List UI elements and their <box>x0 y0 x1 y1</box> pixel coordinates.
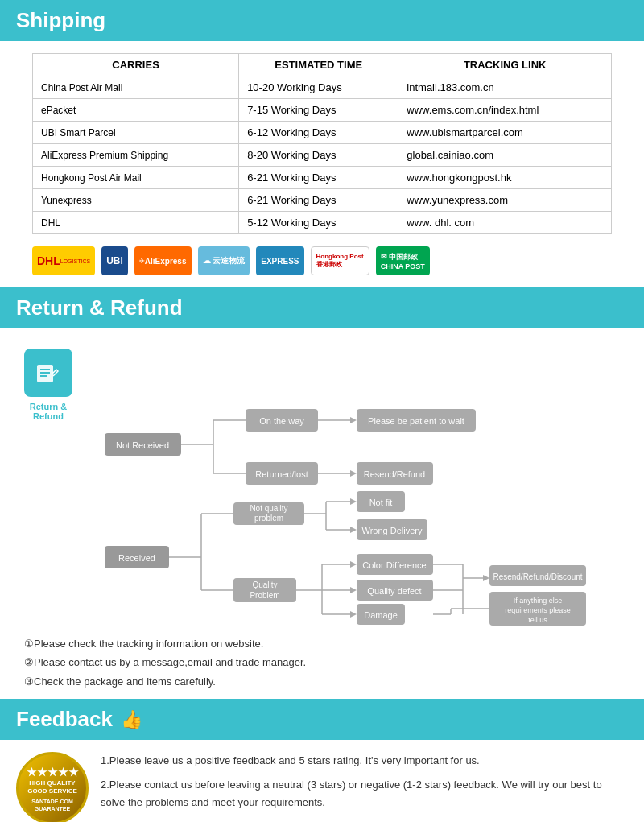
svg-text:If anything else: If anything else <box>514 597 563 605</box>
svg-text:Not Received: Not Received <box>116 440 169 450</box>
refund-section: Return & Refund Return & Refund Not Rece… <box>0 287 644 699</box>
table-cell: intmail.183.com.cn <box>398 76 612 99</box>
refund-note: ②Please contact us by a message,email an… <box>24 653 620 671</box>
table-cell: www.ems.com.cn/index.html <box>398 99 612 122</box>
logo-hk-post: Hongkong Post香港郵政 <box>311 246 369 275</box>
svg-text:Returned/lost: Returned/lost <box>255 469 308 479</box>
svg-text:Problem: Problem <box>250 591 279 600</box>
logo-ubi: UBI <box>101 246 128 275</box>
svg-text:Quality defect: Quality defect <box>367 586 421 596</box>
svg-text:On the way: On the way <box>259 416 304 426</box>
svg-text:problem: problem <box>254 514 283 523</box>
svg-text:Not fit: Not fit <box>369 498 393 507</box>
refund-icon <box>24 349 72 397</box>
feedback-item: 2.Please contact us before leaving a neu… <box>101 776 628 812</box>
svg-text:Wrong Delivery: Wrong Delivery <box>362 526 423 535</box>
feedback-title: Feedback <box>16 707 113 732</box>
thumbs-up-icon: 👍 <box>121 709 142 730</box>
table-cell: www.hongkongpost.hk <box>398 167 612 189</box>
svg-marker-63 <box>483 575 489 581</box>
shipping-title: Shipping <box>16 8 105 33</box>
table-cell: 6-21 Working Days <box>239 167 398 189</box>
svg-marker-19 <box>350 470 357 477</box>
feedback-content: 1.Please leave us a positive feedback an… <box>101 752 628 822</box>
shipping-section: Shipping CARRIES ESTIMATED TIME TRACKING… <box>0 0 644 287</box>
svg-text:requirements please: requirements please <box>505 606 571 614</box>
svg-text:Not quality: Not quality <box>250 504 287 513</box>
refund-note: ③Check the package and items carefully. <box>24 672 620 691</box>
table-cell: AliExpress Premium Shipping <box>33 144 239 167</box>
table-cell: 8-20 Working Days <box>239 144 398 167</box>
svg-text:Received: Received <box>118 553 155 563</box>
table-cell: DHL <box>33 212 239 234</box>
feedback-badge: ★★★★★ HIGH QUALITY GOOD SERVICE SANTADE.… <box>16 752 89 822</box>
svg-text:Damage: Damage <box>364 610 398 620</box>
svg-text:Resend/Refund: Resend/Refund <box>364 469 425 479</box>
svg-marker-51 <box>350 587 357 593</box>
logo-china-post: ✉ 中国邮政CHINA POST <box>376 246 430 275</box>
table-cell: UBI Smart Parcel <box>33 122 239 144</box>
table-cell: Yunexpress <box>33 189 239 212</box>
col-tracking: TRACKING LINK <box>398 54 612 76</box>
svg-text:Please be patient to wait: Please be patient to wait <box>368 416 464 426</box>
table-cell: www. dhl. com <box>398 212 612 234</box>
col-carries: CARRIES <box>33 54 239 76</box>
feedback-section: Feedback 👍 ★★★★★ HIGH QUALITY GOOD SERVI… <box>0 699 644 822</box>
svg-marker-13 <box>350 417 357 423</box>
feedback-item: 1.Please leave us a positive feedback an… <box>101 752 628 770</box>
svg-text:Color Difference: Color Difference <box>362 560 426 570</box>
flow-diagram: Not Received On the way Please be patien… <box>97 341 644 630</box>
refund-header: Return & Refund <box>0 287 644 328</box>
table-cell: global.cainiao.com <box>398 144 612 167</box>
logo-cloud: ☁ 云途物流 <box>198 246 250 275</box>
table-cell: www.yunexpress.com <box>398 189 612 212</box>
logo-aliexpress: ✈ AliExpress <box>134 246 192 275</box>
table-cell: Hongkong Post Air Mail <box>33 167 239 189</box>
svg-text:Quality: Quality <box>252 580 277 589</box>
feedback-header: Feedback 👍 <box>0 699 644 740</box>
table-cell: China Post Air Mail <box>33 76 239 99</box>
shipping-table: CARRIES ESTIMATED TIME TRACKING LINK Chi… <box>32 53 612 234</box>
svg-text:Resend/Refund/Discount: Resend/Refund/Discount <box>493 572 582 581</box>
table-cell: ePacket <box>33 99 239 122</box>
shipping-header: Shipping <box>0 0 644 41</box>
svg-marker-34 <box>350 498 357 505</box>
table-cell: 6-12 Working Days <box>239 122 398 144</box>
svg-marker-38 <box>350 527 357 533</box>
refund-note: ①Please check the tracking information o… <box>24 634 620 653</box>
carrier-logos: DHLLOGISTICS UBI ✈ AliExpress ☁ 云途物流 EXP… <box>32 246 612 275</box>
table-cell: 7-15 Working Days <box>239 99 398 122</box>
svg-text:tell us: tell us <box>528 616 547 624</box>
table-cell: 5-12 Working Days <box>239 212 398 234</box>
col-time: ESTIMATED TIME <box>239 54 398 76</box>
refund-icon-label: Return & Refund <box>16 402 80 421</box>
table-cell: 6-21 Working Days <box>239 189 398 212</box>
svg-marker-55 <box>350 611 357 618</box>
logo-express: EXPRESS <box>256 246 303 275</box>
refund-title: Return & Refund <box>16 295 183 320</box>
svg-marker-47 <box>350 561 357 568</box>
table-cell: 10-20 Working Days <box>239 76 398 99</box>
table-cell: www.ubismartparcel.com <box>398 122 612 144</box>
logo-dhl: DHLLOGISTICS <box>32 246 95 275</box>
refund-notes: ①Please check the tracking information o… <box>0 630 644 699</box>
